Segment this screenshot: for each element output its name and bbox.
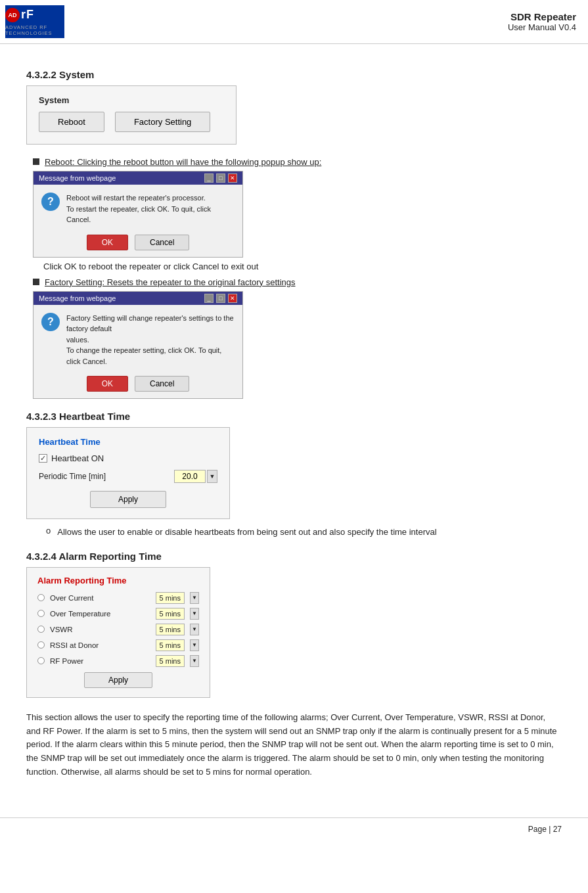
alarm-dropdown-1[interactable]: ▼: [190, 608, 199, 620]
reboot-popup-message: Reboot will restart the repeater's proce…: [66, 193, 235, 225]
header-title-sub: User Manual V0.4: [508, 22, 576, 32]
factory-bullet-text: Factory Setting: Resets the repeater to …: [45, 277, 296, 288]
factory-popup-message: Factory Setting will change repeater's s…: [66, 313, 235, 367]
reboot-cancel-button[interactable]: Cancel: [135, 235, 189, 250]
alarm-dropdown-0[interactable]: ▼: [190, 592, 199, 604]
reboot-popup-title: Message from webpage: [39, 174, 116, 182]
popup-close-icon[interactable]: ✕: [228, 173, 237, 183]
heartbeat-panel-title: Heartbeat Time: [39, 437, 217, 447]
alarm-apply-button[interactable]: Apply: [84, 672, 152, 688]
reboot-bullet-text: Reboot: Clicking the reboot button will …: [45, 156, 321, 168]
reboot-popup-titlebar: Message from webpage _ □ ✕: [34, 172, 242, 185]
factory-popup-close-icon[interactable]: ✕: [228, 294, 237, 303]
factory-msg-line2: values.: [66, 336, 89, 344]
alarm-value-2: 5 mins: [156, 624, 185, 635]
system-panel-title: System: [39, 95, 224, 105]
alarm-dropdown-4[interactable]: ▼: [190, 655, 199, 667]
alarm-radio-3[interactable]: [37, 641, 45, 649]
factory-popup-body: ? Factory Setting will change repeater's…: [34, 305, 242, 373]
bullet-icon-factory: [33, 279, 39, 285]
periodic-value-box: ▼: [174, 470, 217, 483]
system-btn-row: Reboot Factory Setting: [39, 112, 224, 132]
heartbeat-periodic-row: Periodic Time [min] ▼: [39, 470, 217, 483]
alarm-value-0: 5 mins: [156, 592, 185, 604]
page-footer: Page | 27: [0, 817, 588, 840]
heartbeat-checkbox-row: ✓ Heartbeat ON: [39, 453, 217, 463]
section-432-heading: 4.3.2.2 System: [26, 69, 562, 80]
factory-popup-minimize-icon[interactable]: _: [204, 294, 214, 303]
page-number: Page | 27: [528, 825, 562, 834]
alarm-label-3: RSSI at Donor: [50, 641, 150, 649]
alarm-radio-1[interactable]: [37, 610, 45, 617]
section-433-heading: 4.3.2.3 Heartbeat Time: [26, 411, 562, 422]
reboot-popup: Message from webpage _ □ ✕ ? Reboot will…: [33, 171, 243, 258]
alarm-rows-container: Over Current 5 mins ▼ Over Temperature 5…: [37, 592, 199, 667]
alarm-label-1: Over Temperature: [50, 610, 150, 618]
factory-popup-restore-icon[interactable]: □: [216, 294, 225, 303]
logo-area: AD rF ADVANCED RF TECHNOLOGIES: [5, 5, 64, 38]
heartbeat-panel: Heartbeat Time ✓ Heartbeat ON Periodic T…: [26, 427, 230, 519]
reboot-caption: Click OK to reboot the repeater or click…: [43, 262, 562, 271]
factory-popup-titlebar-icons: _ □ ✕: [204, 294, 237, 303]
alarm-apply-row: Apply: [37, 672, 199, 688]
reboot-button[interactable]: Reboot: [39, 112, 104, 132]
page-header: AD rF ADVANCED RF TECHNOLOGIES SDR Repea…: [0, 0, 588, 44]
factory-ok-button[interactable]: OK: [87, 376, 128, 392]
factory-msg-line3: To change the repeater setting, click OK…: [66, 346, 221, 365]
alarm-value-1: 5 mins: [156, 608, 185, 620]
periodic-time-input[interactable]: [174, 470, 206, 483]
periodic-dropdown-arrow[interactable]: ▼: [207, 470, 217, 483]
reboot-popup-body: ? Reboot will restart the repeater's pro…: [34, 185, 242, 231]
alarm-row: RSSI at Donor 5 mins ▼: [37, 639, 199, 651]
alarm-radio-0[interactable]: [37, 594, 45, 601]
factory-setting-button[interactable]: Factory Setting: [115, 112, 210, 132]
periodic-label: Periodic Time [min]: [39, 472, 106, 481]
system-panel: System Reboot Factory Setting: [26, 85, 237, 145]
header-title-main: SDR Repeater: [508, 11, 576, 22]
alarm-row: RF Power 5 mins ▼: [37, 655, 199, 667]
popup-titlebar-icons: _ □ ✕: [204, 173, 237, 183]
reboot-popup-btn-row: OK Cancel: [34, 231, 242, 257]
alarm-label-2: VSWR: [50, 626, 150, 633]
heartbeat-desc-item: o Allows the user to enable or disable h…: [46, 526, 562, 539]
brand-text: ADVANCED RF TECHNOLOGIES: [5, 24, 64, 36]
alarm-label-0: Over Current: [50, 594, 150, 602]
heartbeat-description: Allows the user to enable or disable hea…: [57, 526, 436, 539]
alarm-panel: Alarm Reporting Time Over Current 5 mins…: [26, 567, 210, 698]
alarm-dropdown-2[interactable]: ▼: [190, 624, 199, 635]
heartbeat-apply-button[interactable]: Apply: [90, 491, 166, 508]
reboot-msg-line1: Reboot will restart the repeater's proce…: [66, 194, 206, 202]
popup-minimize-icon[interactable]: _: [204, 173, 214, 183]
popup-restore-icon[interactable]: □: [216, 173, 225, 183]
alarm-value-4: 5 mins: [156, 655, 185, 667]
alarm-row: VSWR 5 mins ▼: [37, 624, 199, 635]
alarm-radio-2[interactable]: [37, 626, 45, 633]
main-content: 4.3.2.2 System System Reboot Factory Set…: [0, 44, 588, 804]
reboot-msg-line2: To restart the repeater, click OK. To qu…: [66, 205, 211, 224]
alarm-row: Over Temperature 5 mins ▼: [37, 608, 199, 620]
factory-popup-title: Message from webpage: [39, 294, 116, 302]
heartbeat-checkbox-label: Heartbeat ON: [51, 453, 104, 463]
alarm-description: This section allows the user to specify …: [26, 711, 562, 779]
reboot-bullet-underline: Reboot: Clicking the reboot button will …: [45, 157, 321, 167]
alarm-radio-4[interactable]: [37, 657, 45, 664]
o-bullet: o: [46, 526, 51, 536]
factory-popup: Message from webpage _ □ ✕ ? Factory Set…: [33, 291, 243, 400]
popup-question-icon: ?: [41, 193, 60, 211]
factory-cancel-button[interactable]: Cancel: [135, 376, 189, 392]
alarm-dropdown-3[interactable]: ▼: [190, 639, 199, 651]
factory-popup-question-icon: ?: [41, 313, 60, 331]
heartbeat-apply-row: Apply: [39, 491, 217, 508]
factory-msg-line1: Factory Setting will change repeater's s…: [66, 314, 234, 333]
logo-box: AD rF ADVANCED RF TECHNOLOGIES: [5, 5, 64, 38]
factory-popup-btn-row: OK Cancel: [34, 372, 242, 398]
alarm-value-3: 5 mins: [156, 639, 185, 651]
reboot-bullet-item: Reboot: Clicking the reboot button will …: [33, 156, 562, 168]
reboot-ok-button[interactable]: OK: [87, 235, 128, 250]
alarm-panel-title: Alarm Reporting Time: [37, 576, 199, 585]
bullet-icon: [33, 158, 39, 165]
factory-bullet-item: Factory Setting: Resets the repeater to …: [33, 277, 562, 288]
logo-text: rF: [21, 8, 34, 22]
heartbeat-checkbox[interactable]: ✓: [39, 454, 47, 463]
factory-bullet-underline: Factory Setting: Resets the repeater to …: [45, 277, 296, 287]
